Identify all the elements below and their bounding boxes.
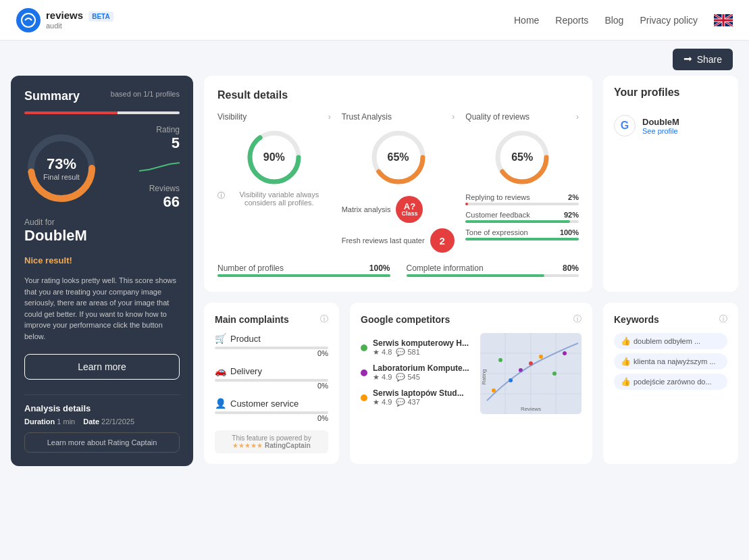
nice-result: Nice result! — [24, 255, 180, 265]
quality-donut: 65% — [492, 127, 552, 188]
main-layout: Summary based on 1/1 profiles 73% Final … — [0, 76, 749, 477]
competitors-info-icon[interactable]: ⓘ — [573, 313, 582, 325]
language-flag[interactable] — [714, 14, 733, 26]
matrix-badge: A? Class — [396, 196, 423, 223]
svg-point-22 — [552, 372, 557, 376]
keywords-list: 👍 doublem odbyłem ... 👍 klienta na najwy… — [614, 333, 727, 394]
competitor-2: Serwis laptopów Stud... ★ 4.9 💬 437 — [361, 388, 469, 407]
learn-more-button[interactable]: Learn more — [24, 354, 180, 380]
score-donut: 73% Final result — [24, 131, 99, 205]
competitors-title: Google competitors — [361, 314, 450, 325]
keywords-title: Keywords — [614, 314, 659, 325]
score-row: 73% Final result Rating 5 Reviews 66 — [24, 125, 180, 211]
fresh-reviews-row: Fresh reviews last quater 2 — [342, 228, 455, 253]
fresh-badge: 2 — [430, 228, 455, 253]
complaints-title: Main complaints — [215, 314, 289, 325]
summary-panel: Summary based on 1/1 profiles 73% Final … — [11, 76, 193, 466]
comp-dot-0 — [361, 345, 367, 351]
share-area: ⮕ Share — [0, 41, 749, 76]
num-profiles-detail: Number of profiles 100% — [217, 263, 390, 278]
trend-line — [139, 160, 180, 174]
visibility-metric: Visibility › 90% ⓘ Visibilit — [217, 112, 331, 253]
result-details-title: Result details — [217, 89, 579, 101]
share-icon: ⮕ — [683, 54, 693, 65]
competitors-card: Google competitors ⓘ Serwis komputerowy … — [350, 303, 592, 464]
profile-item: G DoubleM See profile — [614, 109, 727, 142]
competitors-list: Serwis komputerowy H... ★ 4.8 💬 581 Labo… — [361, 338, 469, 414]
matrix-row: Matrix analysis A? Class — [342, 196, 455, 223]
beta-badge: BETA — [88, 11, 113, 22]
rating-captain-button[interactable]: Learn more about Rating Captain — [24, 432, 180, 453]
analysis-section: Analysis details Duration 1 min Date 22/… — [24, 394, 180, 453]
nav-links: Home Reports Blog Privacy policy — [514, 14, 733, 26]
svg-point-23 — [563, 351, 567, 355]
nav-reports[interactable]: Reports — [555, 15, 588, 26]
right-area: Result details Visibility › — [204, 76, 738, 466]
complaint-customer-service: 👤 Customer service 0% — [215, 398, 328, 422]
customer-feedback-detail: Customer feedback 92% — [465, 211, 579, 223]
competitors-chart: Reviews Rating — [480, 333, 582, 414]
your-profiles-card: Your profiles G DoubleM See profile — [603, 76, 738, 292]
keywords-info-icon[interactable]: ⓘ — [719, 313, 727, 325]
complaint-delivery: 🚗 Delivery 0% — [215, 365, 328, 390]
comp-dot-2 — [361, 394, 367, 401]
trust-arrow[interactable]: › — [452, 112, 455, 122]
keyword-1: 👍 klienta na najwyższym ... — [614, 353, 727, 370]
replying-detail: Replying to reviews 2% — [465, 193, 579, 205]
svg-point-19 — [539, 355, 543, 359]
complaints-card: Main complaints ⓘ 🛒 Product 0% 🚗 Deliver… — [204, 303, 339, 464]
result-details-card: Result details Visibility › — [204, 76, 592, 292]
svg-point-17 — [498, 358, 502, 362]
profiles-list: G DoubleM See profile — [614, 109, 727, 142]
customer-service-icon: 👤 — [215, 398, 226, 409]
google-logo: G — [614, 115, 636, 136]
result-text: Your rating looks pretty well. This scor… — [24, 275, 180, 342]
complaint-product: 🛒 Product 0% — [215, 333, 328, 357]
keyword-2: 👍 podejście zarówno do... — [614, 374, 727, 390]
visibility-donut: 90% — [244, 127, 305, 188]
svg-point-0 — [22, 14, 35, 27]
see-profile-link[interactable]: See profile — [642, 127, 679, 135]
company-name: DoubleM — [24, 227, 180, 245]
competitor-0: Serwis komputerowy H... ★ 4.8 💬 581 — [361, 338, 469, 357]
competitor-1: Laboratorium Kompute... ★ 4.9 💬 545 — [361, 363, 469, 382]
complaints-info-icon[interactable]: ⓘ — [320, 313, 328, 325]
logo-sub: audit — [46, 22, 113, 30]
top-row: Result details Visibility › — [204, 76, 738, 292]
keyword-icon-0: 👍 — [621, 336, 631, 346]
logo: reviews BETA audit — [16, 8, 113, 32]
nav-blog[interactable]: Blog — [604, 15, 623, 26]
nav-home[interactable]: Home — [514, 15, 539, 26]
tone-detail: Tone of expression 100% — [465, 228, 579, 240]
complete-info-detail: Complete information 80% — [407, 263, 579, 278]
logo-name: reviews BETA — [46, 10, 113, 22]
nav-privacy[interactable]: Privacy policy — [640, 15, 698, 26]
profiles-title: Your profiles — [614, 86, 727, 99]
svg-text:Rating: Rating — [481, 369, 487, 384]
summary-title: Summary — [24, 89, 80, 103]
comp-dot-1 — [361, 370, 367, 376]
visibility-arrow[interactable]: › — [328, 112, 331, 122]
bottom-details: Number of profiles 100% Complete informa… — [217, 263, 579, 278]
bottom-row: Main complaints ⓘ 🛒 Product 0% 🚗 Deliver… — [204, 303, 738, 464]
delivery-icon: 🚗 — [215, 365, 226, 376]
metrics-row: Visibility › 90% ⓘ Visibilit — [217, 112, 579, 253]
quality-metric: Quality of reviews › 65% — [465, 112, 579, 253]
svg-text:Reviews: Reviews — [521, 406, 541, 412]
logo-icon — [16, 8, 41, 32]
rating-bar — [24, 111, 180, 114]
keyword-0: 👍 doublem odbyłem ... — [614, 333, 727, 349]
keywords-card: Keywords ⓘ 👍 doublem odbyłem ... 👍 klien… — [603, 303, 738, 464]
trust-metric: Trust Analysis › 65% — [342, 112, 455, 253]
powered-by: This feature is powered by ★★★★★ RatingC… — [215, 430, 328, 453]
based-on-label: based on 1/1 profiles — [111, 90, 180, 98]
product-icon: 🛒 — [215, 333, 226, 344]
keyword-icon-2: 👍 — [621, 377, 631, 386]
trust-donut: 65% — [368, 127, 429, 188]
share-button[interactable]: ⮕ Share — [673, 49, 733, 70]
navbar: reviews BETA audit Home Reports Blog Pri… — [0, 0, 749, 41]
keyword-icon-1: 👍 — [621, 357, 631, 366]
quality-arrow[interactable]: › — [576, 112, 579, 122]
